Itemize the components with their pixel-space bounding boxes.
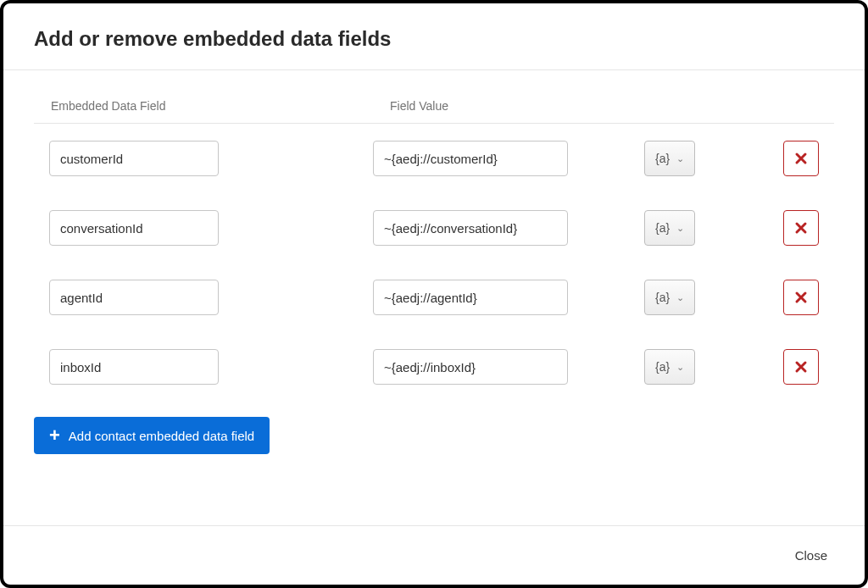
add-button-container: + Add contact embedded data field: [34, 402, 834, 454]
delete-row-button[interactable]: [783, 210, 819, 246]
token-cell: {a} ⌄: [636, 141, 737, 176]
close-icon: [794, 221, 808, 235]
add-field-button[interactable]: + Add contact embedded data field: [34, 417, 270, 454]
data-field-row: {a} ⌄: [34, 193, 834, 263]
add-button-label: Add contact embedded data field: [69, 429, 254, 443]
data-field-row: {a} ⌄: [34, 332, 834, 402]
field-value-cell: [373, 210, 636, 246]
token-cell: {a} ⌄: [636, 280, 737, 315]
insert-token-button[interactable]: {a} ⌄: [644, 349, 695, 385]
token-button-label: {a}: [655, 360, 670, 374]
plus-icon: +: [49, 426, 60, 445]
delete-cell: [737, 280, 834, 315]
insert-token-button[interactable]: {a} ⌄: [644, 141, 695, 176]
close-button[interactable]: Close: [788, 543, 834, 568]
field-name-cell: [34, 280, 373, 315]
field-name-cell: [34, 141, 373, 176]
delete-row-button[interactable]: [783, 280, 819, 315]
delete-row-button[interactable]: [783, 141, 819, 176]
chevron-down-icon: ⌄: [676, 292, 684, 303]
close-icon: [794, 291, 808, 304]
token-button-label: {a}: [655, 221, 670, 235]
delete-row-button[interactable]: [783, 349, 819, 385]
field-value-input[interactable]: [373, 280, 568, 315]
token-button-label: {a}: [655, 152, 670, 165]
columns-header: Embedded Data Field Field Value: [34, 91, 834, 124]
insert-token-button[interactable]: {a} ⌄: [644, 280, 695, 315]
delete-cell: [737, 141, 834, 176]
modal-footer: Close: [3, 525, 865, 585]
token-cell: {a} ⌄: [636, 349, 737, 385]
modal-header: Add or remove embedded data fields: [3, 3, 865, 70]
field-name-cell: [34, 210, 373, 246]
insert-token-button[interactable]: {a} ⌄: [644, 210, 695, 246]
delete-cell: [737, 210, 834, 246]
close-icon: [794, 360, 808, 374]
field-value-input[interactable]: [373, 210, 568, 246]
data-field-row: {a} ⌄: [34, 263, 834, 332]
field-value-cell: [373, 141, 636, 176]
field-name-cell: [34, 349, 373, 385]
field-value-input[interactable]: [373, 349, 568, 385]
modal-title: Add or remove embedded data fields: [34, 27, 834, 51]
chevron-down-icon: ⌄: [676, 223, 684, 234]
chevron-down-icon: ⌄: [676, 153, 684, 164]
delete-cell: [737, 349, 834, 385]
close-icon: [794, 152, 808, 165]
modal-body: Embedded Data Field Field Value {a} ⌄: [3, 70, 865, 525]
chevron-down-icon: ⌄: [676, 362, 684, 373]
modal-dialog: Add or remove embedded data fields Embed…: [0, 0, 868, 588]
column-header-field-name: Embedded Data Field: [51, 99, 390, 113]
token-button-label: {a}: [655, 291, 670, 304]
field-name-input[interactable]: [49, 349, 219, 385]
field-name-input[interactable]: [49, 210, 219, 246]
field-value-cell: [373, 280, 636, 315]
field-name-input[interactable]: [49, 280, 219, 315]
token-cell: {a} ⌄: [636, 210, 737, 246]
field-name-input[interactable]: [49, 141, 219, 176]
column-header-field-value: Field Value: [390, 99, 817, 113]
field-value-input[interactable]: [373, 141, 568, 176]
data-field-row: {a} ⌄: [34, 124, 834, 193]
field-value-cell: [373, 349, 636, 385]
